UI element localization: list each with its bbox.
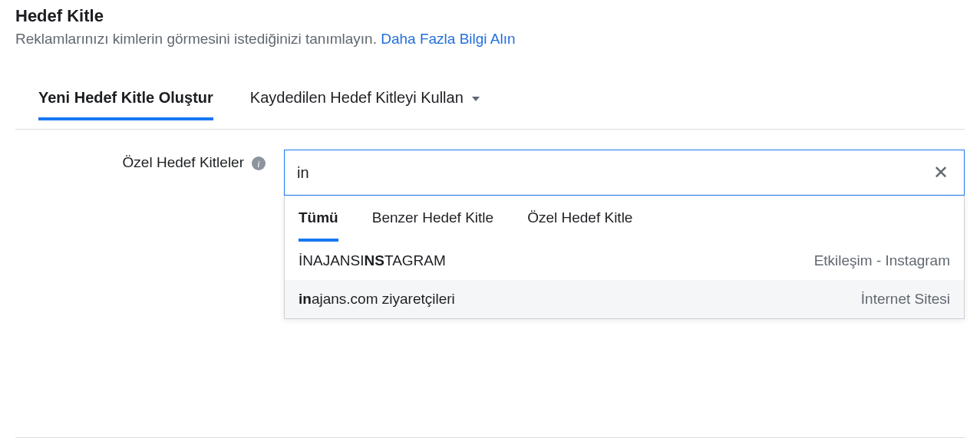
dropdown-tab-all[interactable]: Tümü xyxy=(299,209,338,242)
svg-text:i: i xyxy=(257,159,260,170)
audience-result-item[interactable]: inajans.com ziyaretçileri İnternet Sites… xyxy=(285,280,964,318)
dropdown-filter-tabs: Tümü Benzer Hedef Kitle Özel Hedef Kitle xyxy=(285,196,964,242)
result-type: İnternet Sitesi xyxy=(861,291,950,308)
dropdown-tab-lookalike[interactable]: Benzer Hedef Kitle xyxy=(372,209,493,242)
info-icon[interactable]: i xyxy=(252,156,266,170)
tab-use-saved-label: Kaydedilen Hedef Kitleyi Kullan xyxy=(250,89,464,106)
subtitle-text: Reklamlarınızı kimlerin görmesini istedi… xyxy=(15,31,381,47)
clear-input-icon[interactable]: ✕ xyxy=(930,162,952,183)
audience-search-wrapper[interactable]: ✕ xyxy=(284,150,965,196)
custom-audiences-field: ✕ Tümü Benzer Hedef Kitle Özel Hedef Kit… xyxy=(284,150,965,319)
audience-search-input[interactable] xyxy=(297,164,930,182)
audience-tabs: Yeni Hedef Kitle Oluştur Kaydedilen Hede… xyxy=(38,78,965,121)
custom-audiences-label: Özel Hedef Kitleler xyxy=(123,154,244,171)
caret-down-icon xyxy=(472,97,480,101)
custom-audiences-row: Özel Hedef Kitleler i ✕ Tümü Benzer Hede… xyxy=(15,129,965,319)
tab-use-saved-audience[interactable]: Kaydedilen Hedef Kitleyi Kullan xyxy=(250,78,480,120)
result-name: inajans.com ziyaretçileri xyxy=(299,291,455,308)
audience-result-item[interactable]: İNAJANSINSTAGRAM Etkileşim - Instagram xyxy=(285,242,964,280)
page-subtitle: Reklamlarınızı kimlerin görmesini istedi… xyxy=(15,31,965,48)
custom-audiences-label-col: Özel Hedef Kitleler i xyxy=(15,150,284,319)
result-name: İNAJANSINSTAGRAM xyxy=(299,252,446,269)
result-type: Etkileşim - Instagram xyxy=(814,252,950,269)
tab-create-new-audience[interactable]: Yeni Hedef Kitle Oluştur xyxy=(38,78,213,120)
learn-more-link[interactable]: Daha Fazla Bilgi Alın xyxy=(381,31,515,47)
audience-dropdown: Tümü Benzer Hedef Kitle Özel Hedef Kitle… xyxy=(284,196,965,319)
dropdown-tab-custom[interactable]: Özel Hedef Kitle xyxy=(527,209,632,242)
page-title: Hedef Kitle xyxy=(15,6,965,26)
